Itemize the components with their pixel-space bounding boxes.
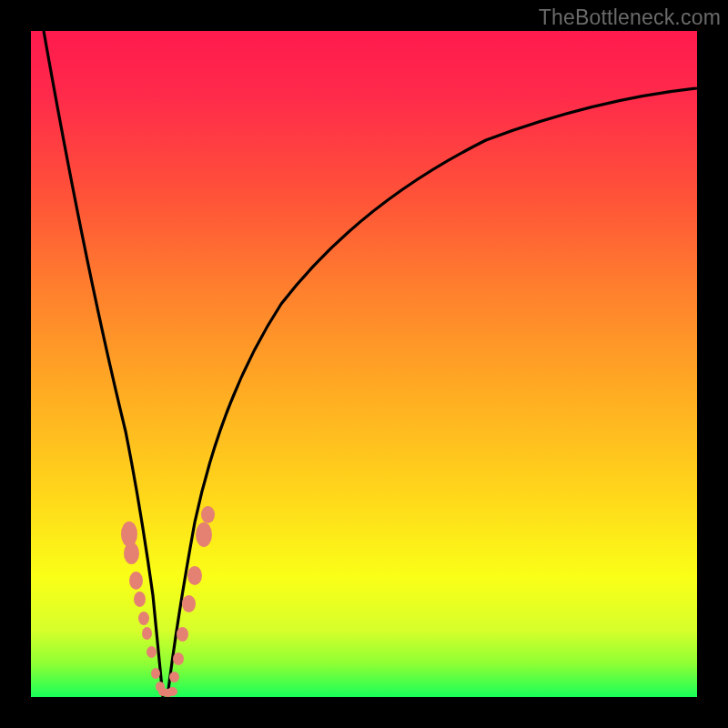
marker-dot [169,672,179,682]
marker-dot [201,506,215,523]
chart-frame: TheBottleneck.com [0,0,728,728]
marker-dot [124,542,139,564]
plot-area [31,31,697,697]
marker-dot [187,566,202,585]
marker-dot [182,595,196,612]
marker-dot [129,571,143,590]
marker-dot [177,627,188,642]
bottleneck-curve [31,31,697,697]
marker-dot [142,627,152,640]
marker-dot [173,652,184,665]
marker-dot [196,522,212,547]
curve-right-branch [167,88,697,697]
marker-dot [147,646,157,658]
marker-dot [167,687,177,696]
marker-dot [134,592,146,607]
watermark-text: TheBottleneck.com [539,5,721,30]
marker-dot [151,668,160,679]
marker-dot [138,612,149,625]
